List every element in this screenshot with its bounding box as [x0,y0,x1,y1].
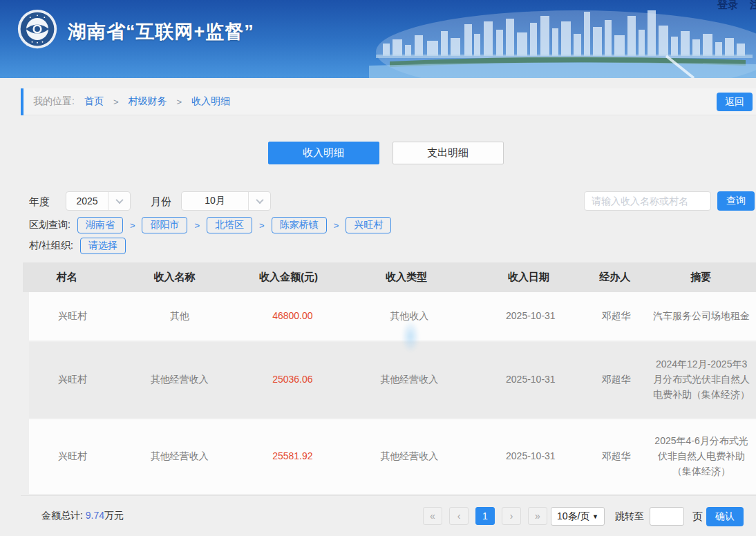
cell-type: 其他经营收入 [342,441,476,472]
jump-to-label: 跳转至 [615,510,644,523]
page-size-select[interactable]: 10条/页 ▼ [551,507,605,526]
breadcrumb-label: 我的位置: [33,95,75,108]
district-separator: > [194,220,200,231]
cell-type: 其他经营收入 [342,364,476,396]
table-row: 兴旺村 其他经营收入 25581.92 其他经营收入 2025-10-31 邓超… [29,419,756,495]
cell-village: 兴旺村 [29,364,116,396]
cell-amount: 25581.92 [243,441,342,472]
total-value: 9.74 [86,510,104,521]
district-chip-town[interactable]: 陈家桥镇 [272,217,327,233]
cell-date: 2025-10-31 [476,300,585,332]
district-separator: > [334,220,339,231]
jump-page-input[interactable] [650,507,684,526]
total-label: 金额总计: [41,510,83,521]
district-separator: > [259,220,265,231]
col-income-name: 收入名称 [111,271,238,284]
page-size-value: 10条/页 [557,510,589,523]
total-amount: 金额总计: 9.74万元 [41,510,124,522]
month-select-value: 10月 [182,192,248,210]
search-input[interactable] [584,191,711,211]
chevron-down-icon [108,192,130,210]
district-separator: > [130,220,135,231]
current-page-button[interactable]: 1 [475,507,495,525]
year-select-value: 2025 [66,192,108,210]
month-label: 月份 [151,195,171,209]
detail-tabs: 收入明细 支出明细 [0,142,756,164]
page-header: 湖南省“互联网+监督” 登录 注 [0,0,756,78]
org-row: 村/社组织: 请选择 [29,238,126,254]
district-chip-county[interactable]: 北塔区 [207,217,252,233]
pagination: « ‹ 1 › » [423,507,547,525]
cell-date: 2025-10-31 [476,364,585,396]
chevron-down-icon [248,192,270,210]
org-label: 村/社组织: [29,240,73,252]
table-footer: 金额总计: 9.74万元 « ‹ 1 › » 10条/页 ▼ 跳转至 页 确认 [21,495,756,536]
cell-type: 其他收入 [342,300,476,332]
table-row: 兴旺村 其他经营收入 25036.06 其他经营收入 2025-10-31 邓超… [29,342,756,419]
district-chip-province[interactable]: 湖南省 [77,217,123,233]
breadcrumb-home-link[interactable]: 首页 [84,95,104,108]
cell-amount: 46800.00 [243,300,342,332]
district-chip-city[interactable]: 邵阳市 [142,217,187,233]
col-handler: 经办人 [584,271,646,284]
breadcrumb-separator: > [176,97,182,107]
col-village: 村名 [23,271,111,284]
cell-summary: 2024年12月-2025年3月分布式光伏非自然人电费补助（集体经济） [647,349,756,410]
breadcrumb-income-detail-link[interactable]: 收入明细 [191,95,230,108]
cell-summary: 汽车服务公司场地租金 [647,300,756,332]
breadcrumb-accent-bar [21,88,23,115]
breadcrumb: 我的位置: 首页 > 村级财务 > 收入明细 返回 [21,88,756,115]
back-button[interactable]: 返回 [717,93,753,111]
register-link[interactable]: 注 [750,0,756,12]
table-row: 兴旺村 其他 46800.00 其他收入 2025-10-31 邓超华 汽车服务… [29,292,756,342]
last-page-button[interactable]: » [528,507,547,525]
col-type: 收入类型 [339,271,473,284]
cell-date: 2025-10-31 [476,441,585,472]
income-table: 村名 收入名称 收入金额(元) 收入类型 收入日期 经办人 摘要 兴旺村 其他 … [23,262,756,495]
city-skyline-image [369,3,756,78]
total-unit: 万元 [104,510,124,521]
cell-summary: 2025年4-6月分布式光伏非自然人电费补助（集体经济） [647,425,756,487]
login-link[interactable]: 登录 [717,0,738,12]
cell-village: 兴旺村 [29,441,116,472]
district-query-row: 区划查询: 湖南省 > 邵阳市 > 北塔区 > 陈家桥镇 > 兴旺村 [29,217,391,233]
month-select[interactable]: 10月 [181,191,271,211]
cell-village: 兴旺村 [29,300,116,332]
filter-row: 年度 2025 月份 10月 查询 [29,191,756,211]
chevron-down-icon: ▼ [592,513,598,520]
cell-handler: 邓超华 [585,441,647,472]
org-select-chip[interactable]: 请选择 [80,238,126,254]
next-page-button[interactable]: › [502,507,521,525]
query-button[interactable]: 查询 [717,191,755,211]
district-query-label: 区划查询: [29,219,70,231]
cell-income-name: 其他 [116,300,243,332]
site-title: 湖南省“互联网+监督” [68,19,254,44]
breadcrumb-separator: > [113,97,119,107]
cell-handler: 邓超华 [585,364,647,396]
cell-income-name: 其他经营收入 [116,441,243,472]
prev-page-button[interactable]: ‹ [449,507,469,525]
cell-amount: 25036.06 [243,364,342,396]
site-logo-eye-icon [17,8,58,50]
breadcrumb-village-finance-link[interactable]: 村级财务 [128,95,167,108]
table-header-row: 村名 收入名称 收入金额(元) 收入类型 收入日期 经办人 摘要 [23,262,756,292]
district-chip-village[interactable]: 兴旺村 [346,217,391,233]
year-label: 年度 [29,195,50,209]
cell-income-name: 其他经营收入 [116,364,243,396]
year-select[interactable]: 2025 [66,191,131,211]
tab-income-detail[interactable]: 收入明细 [268,142,379,164]
confirm-button[interactable]: 确认 [706,507,744,526]
col-summary: 摘要 [646,271,756,284]
account-links: 登录 注 [717,0,756,12]
col-amount: 收入金额(元) [238,271,339,284]
first-page-button[interactable]: « [423,507,442,525]
col-date: 收入日期 [473,271,583,284]
page-unit-label: 页 [692,510,703,524]
cell-handler: 邓超华 [585,300,647,332]
tab-expense-detail[interactable]: 支出明细 [393,142,504,164]
